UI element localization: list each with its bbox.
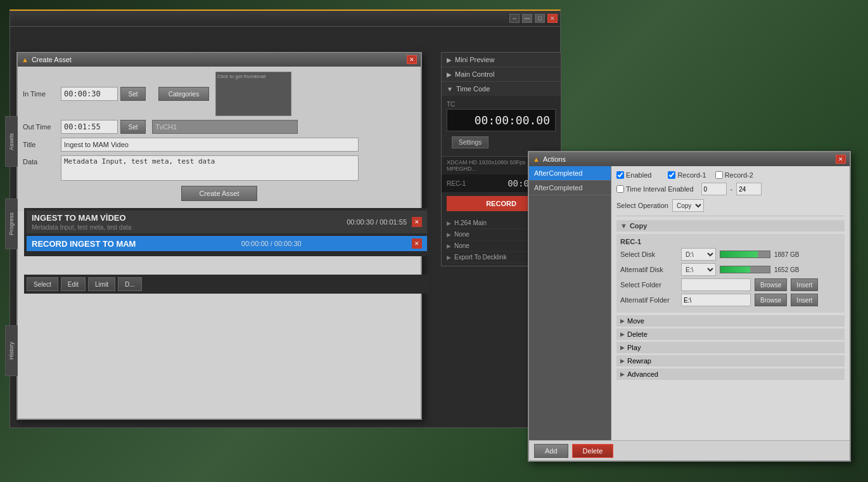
disk-e-select[interactable]: E:\	[681, 263, 716, 276]
record2-checkbox[interactable]	[715, 171, 723, 179]
insert-btn[interactable]: Insert	[791, 278, 818, 291]
copy-arrow: ▼	[620, 222, 627, 230]
main-control-label: Main Control	[455, 70, 494, 78]
timecode-arrow: ▼	[447, 86, 453, 93]
rewrap-label: Rewrap	[627, 357, 651, 365]
tc-label: TC	[447, 101, 556, 108]
copy-section-header[interactable]: ▼ Copy	[616, 220, 845, 231]
h264-arrow: ▶	[447, 220, 451, 226]
asset-item: INGEST TO MAM VİDEO Metadata Input, test…	[27, 211, 427, 233]
actions-close-btn[interactable]: ✕	[836, 155, 846, 164]
actions-right: Enabled Record-1 Record-2 Time Interval …	[611, 166, 850, 440]
progress-tab[interactable]: Progress	[5, 199, 18, 249]
main-control-arrow: ▶	[447, 71, 452, 78]
advanced-section[interactable]: ▶ Advanced	[616, 368, 845, 380]
edit-btn[interactable]: Edit	[61, 277, 86, 291]
enabled-row: Enabled Record-1 Record-2	[616, 171, 845, 179]
add-btn[interactable]: Add	[534, 444, 568, 458]
record1-checkbox[interactable]	[668, 171, 675, 179]
none1-arrow: ▶	[447, 231, 451, 238]
time-interval-checkbox[interactable]	[616, 185, 624, 193]
limit-btn[interactable]: Limit	[88, 277, 115, 291]
folder-input[interactable]	[681, 278, 751, 291]
time-interval-row: Time Interval Enabled -	[616, 183, 845, 195]
time-to-input[interactable]	[736, 183, 762, 195]
in-time-input[interactable]: 00:00:30	[61, 87, 118, 101]
data-row: Data Metadata Input, test meta, test dat…	[23, 155, 416, 181]
alt-folder-label: Alternatif Folder	[620, 296, 677, 304]
title-input[interactable]	[61, 138, 359, 152]
h264-label: H.264 Main	[454, 219, 487, 226]
mini-preview-header[interactable]: ▶ Mini Preview	[442, 53, 561, 67]
time-from-input[interactable]	[701, 183, 727, 195]
disk1-size: 1887 GB	[774, 251, 809, 258]
enabled-label: Enabled	[626, 171, 651, 179]
assets-tab[interactable]: Assets	[5, 116, 18, 167]
time-interval-item: Time Interval Enabled	[616, 185, 694, 193]
alt-insert-btn[interactable]: Insert	[791, 294, 818, 306]
asset-item-close-btn[interactable]: ✕	[412, 217, 422, 227]
actions-list: AfterCompleted AfterCompleted	[529, 166, 611, 440]
categories-btn[interactable]: Categories	[158, 87, 209, 101]
minimize-btn[interactable]: —	[522, 14, 532, 23]
close-btn[interactable]: ✕	[547, 14, 558, 23]
maximize-btn[interactable]: □	[535, 14, 545, 23]
alt-folder-row: Alternatif Folder Browse Insert	[620, 294, 841, 306]
alt-folder-input[interactable]	[681, 294, 751, 306]
history-tab[interactable]: History	[5, 325, 18, 376]
copy-section: REC-1 Select Disk D:\ 1887 GB Alternatif…	[616, 234, 845, 313]
disk-d-select[interactable]: D:\	[681, 248, 716, 261]
select-disk-row: Select Disk D:\ 1887 GB	[620, 248, 841, 261]
enabled-checkbox[interactable]	[616, 171, 624, 179]
actions-list-item-0[interactable]: AfterCompleted	[529, 166, 611, 181]
move-section[interactable]: ▶ Move	[616, 315, 845, 327]
record-item-close-btn[interactable]: ✕	[412, 238, 422, 249]
copy-label: Copy	[630, 222, 648, 230]
create-asset-btn[interactable]: Create Asset	[181, 186, 257, 201]
rec1-label: REC-1	[620, 238, 841, 245]
actions-list-item-1[interactable]: AfterCompleted	[529, 181, 611, 195]
record-item: RECORD INGEST TO MAM 00:00:00 / 00:00:30…	[27, 236, 427, 251]
title-label: Title	[23, 141, 61, 148]
settings-btn[interactable]: Settings	[452, 136, 488, 148]
tc-display: 00:00:00.00	[447, 109, 556, 131]
out-time-input[interactable]: 00:01:55	[61, 120, 118, 134]
delete-section[interactable]: ▶ Delete	[616, 329, 845, 340]
dialog-close-btn[interactable]: ✕	[407, 55, 417, 64]
data-textarea[interactable]: Metadata Input, test meta, test data	[61, 155, 359, 181]
asset-list-area: INGEST TO MAM VİDEO Metadata Input, test…	[24, 208, 430, 256]
actions-footer: Add Delete	[529, 440, 850, 460]
disk2-bar-container	[720, 266, 770, 273]
data-label: Data	[23, 158, 61, 166]
out-time-label: Out Time	[23, 123, 61, 131]
rewrap-section[interactable]: ▶ Rewrap	[616, 355, 845, 367]
divider1	[616, 216, 845, 216]
thumbnail-hint: Click to get thumbnail	[217, 74, 265, 79]
resize-btn[interactable]: ↔	[509, 14, 520, 23]
move-arrow: ▶	[620, 318, 625, 324]
enabled-checkbox-item: Enabled	[616, 171, 651, 179]
play-section[interactable]: ▶ Play	[616, 342, 845, 353]
asset-item-title: INGEST TO MAM VİDEO	[32, 213, 347, 223]
out-time-set-btn[interactable]: Set	[120, 120, 146, 134]
select-operation-label: Select Operation	[616, 202, 668, 209]
in-time-set-btn[interactable]: Set	[120, 87, 146, 101]
timecode-header[interactable]: ▼ Time Code	[442, 82, 561, 96]
browse-btn[interactable]: Browse	[755, 278, 787, 291]
none2-label: None	[454, 242, 469, 249]
alt-browse-btn[interactable]: Browse	[755, 294, 787, 306]
delete-action-btn[interactable]: Delete	[572, 444, 614, 458]
timecode-section-header: ▼ Time Code TC 00:00:00.00 Settings	[442, 82, 561, 157]
actions-titlebar: ▲ Actions ✕	[529, 152, 850, 166]
mini-preview-label: Mini Preview	[455, 56, 494, 63]
disk1-bar-container	[720, 251, 770, 258]
dialog-title-text: Create Asset	[32, 56, 72, 63]
thumbnail-area[interactable]: Click to get thumbnail	[215, 72, 291, 116]
disk2-bar	[720, 266, 750, 273]
select-btn[interactable]: Select	[27, 277, 58, 291]
operation-dropdown[interactable]: Copy	[672, 199, 704, 212]
mini-preview-section: ▶ Mini Preview	[442, 53, 561, 67]
main-control-header[interactable]: ▶ Main Control	[442, 67, 561, 81]
toolbar-area: Select Edit Limit D...	[24, 275, 430, 294]
d-btn[interactable]: D...	[118, 277, 142, 291]
